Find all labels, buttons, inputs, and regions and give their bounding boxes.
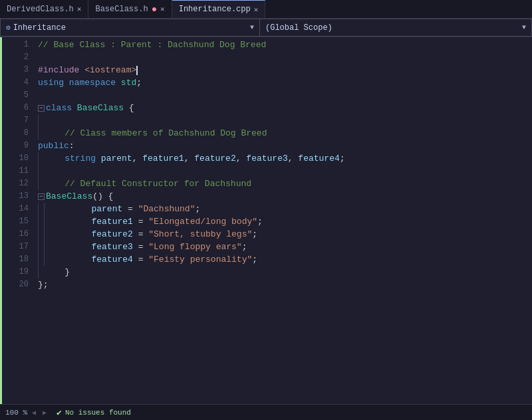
indent-guide-1 [38,215,39,228]
token: feature2 [194,152,235,165]
token [96,152,101,165]
token: namespace [69,76,116,89]
line-number-15: 15 [2,215,29,228]
token: ; [252,228,257,241]
scope-left-value: Inheritance [13,23,66,33]
line-number-2: 2 [2,51,29,64]
editor: 1234567891011121314151617181920 // Base … [0,37,532,404]
indent-space [50,203,91,215]
token: ; [136,76,142,89]
indent-guide-1 [38,253,39,266]
scope-selector-right[interactable]: (Global Scope) ▼ [259,19,532,37]
line-number-12: 12 [2,177,29,190]
gear-icon: ⚙ [6,23,11,32]
tab-label-derivedclass: DerivedClass.h [7,5,74,14]
token [72,102,77,114]
indent-space [50,253,91,266]
indent-guide-1 [38,241,39,253]
code-line-15: feature1 = "Elongated/long body"; [38,215,532,228]
line-number-4: 4 [2,76,29,89]
code-line-8: // Class members of Dachshund Dog Breed [38,127,532,140]
indent-space [50,228,91,241]
zoom-control[interactable]: 100 % ◀ ▶ [5,409,49,417]
token: // Class members of Dachshund Dog Breed [65,127,267,140]
indent-space [44,177,65,190]
chevron-down-icon-left: ▼ [250,24,254,31]
token: #include [38,64,79,76]
code-line-13: −BaseClass() { [38,190,532,203]
tab-baseclass[interactable]: BaseClass.h ● ✕ [88,0,172,18]
tab-modified-baseclass: ● [152,5,157,14]
indent-guide [38,177,39,190]
indent-guide [38,165,39,177]
line-numbers: 1234567891011121314151617181920 [2,37,35,404]
status-bar: 100 % ◀ ▶ ✔ No issues found [0,404,532,420]
issues-text: No issues found [65,409,131,417]
code-line-1: // Base Class : Parent : Dachshund Dog B… [38,39,532,51]
line-number-6: 6 [2,102,29,114]
indent-space [44,114,65,127]
zoom-up-arrow[interactable]: ▶ [41,409,49,417]
tab-close-derivedclass[interactable]: ✕ [77,5,82,13]
token: , [132,152,143,165]
token: feature3 [246,152,287,165]
token: = [133,253,148,266]
tab-inheritance[interactable]: Inheritance.cpp ✕ [172,0,266,18]
token: , [288,152,299,165]
token: ; [242,241,247,253]
line-number-17: 17 [2,241,29,253]
token [79,64,84,76]
tab-label-inheritance: Inheritance.cpp [179,5,251,14]
token: <iostream> [84,64,136,76]
token: = [133,215,148,228]
code-area[interactable]: // Base Class : Parent : Dachshund Dog B… [35,37,532,404]
indent-guide-2 [44,203,45,215]
line-number-13: 13 [2,190,29,203]
tab-close-baseclass[interactable]: ✕ [160,5,165,13]
token: "Long floppy ears" [148,241,241,253]
token: () { [92,190,113,203]
collapse-icon[interactable]: − [38,105,45,112]
tab-derivedclass[interactable]: DerivedClass.h ✕ [0,0,88,18]
indent-space [50,215,91,228]
token: parent [101,152,132,165]
line-number-1: 1 [2,39,29,51]
line-number-14: 14 [2,203,29,215]
tab-close-inheritance[interactable]: ✕ [254,5,259,14]
scope-selector-left[interactable]: ⚙ Inheritance ▼ [0,19,259,37]
token: class [46,102,72,114]
token: : [69,140,74,152]
token: feature2 [91,228,132,241]
indent-guide [38,114,39,127]
line-number-3: 3 [2,64,29,76]
token: using [38,76,64,89]
code-line-4: using namespace std; [38,76,532,89]
code-line-14: parent = "Dachshund"; [38,203,532,215]
code-line-10: string parent, feature1, feature2, featu… [38,152,532,165]
token: feature1 [91,215,132,228]
token: "Short, stubby legs" [148,228,252,241]
zoom-label: 100 % [5,409,27,417]
collapse-icon[interactable]: − [38,193,45,200]
code-line-12: // Default Constructor for Dachshund [38,177,532,190]
code-line-5 [38,89,532,102]
indent-space [44,127,65,140]
line-number-5: 5 [2,89,29,102]
token: ; [257,215,263,228]
scope-right-value: (Global Scope) [265,23,332,33]
indent-guide-2 [44,253,45,266]
line-number-20: 20 [2,278,29,291]
token: ; [340,152,345,165]
token: , [236,152,247,165]
zoom-down-arrow[interactable]: ◀ [30,409,38,417]
line-number-7: 7 [2,114,29,127]
tab-label-baseclass: BaseClass.h [95,5,148,14]
token: public [38,140,69,152]
token: = [133,241,148,253]
indent-space [44,266,65,278]
token: feature3 [91,241,132,253]
token: BaseClass [46,190,92,203]
code-line-16: feature2 = "Short, stubby legs"; [38,228,532,241]
code-line-17: feature3 = "Long floppy ears"; [38,241,532,253]
token: = [133,228,148,241]
